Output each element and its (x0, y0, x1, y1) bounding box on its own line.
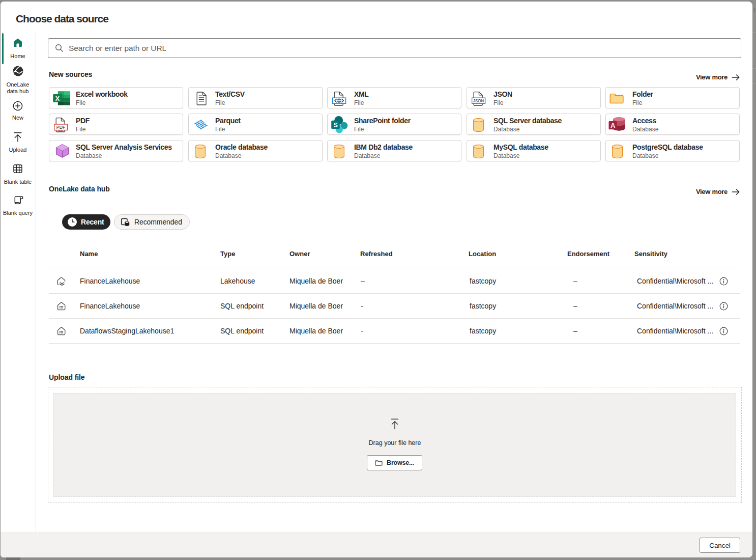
svg-text:PDF: PDF (56, 124, 66, 130)
svg-text:X: X (55, 95, 60, 102)
svg-text:JSON: JSON (473, 98, 484, 103)
svg-text:S: S (333, 122, 337, 129)
svg-text:A: A (610, 122, 616, 129)
